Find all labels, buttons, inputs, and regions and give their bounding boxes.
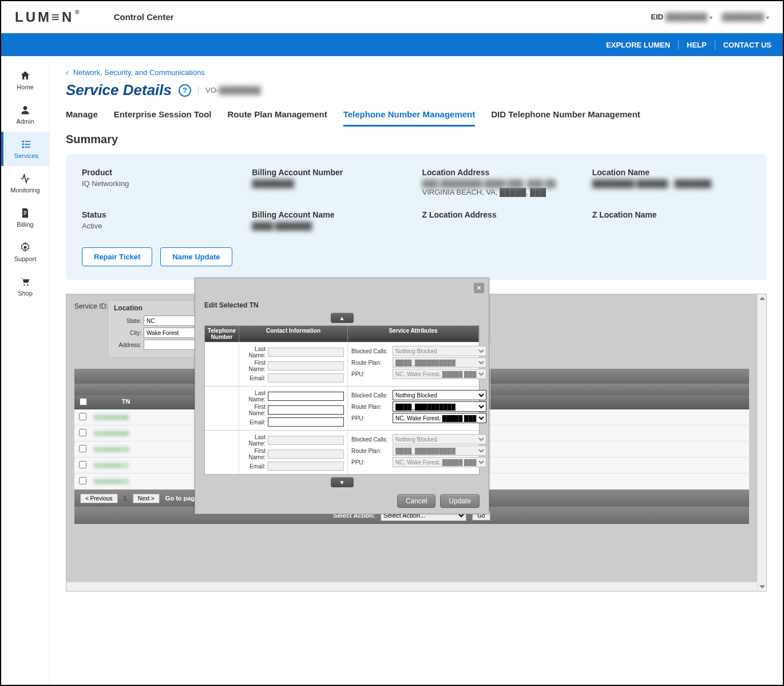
app-title: Control Center xyxy=(114,12,174,22)
zloc-name-label: Z Location Name xyxy=(592,210,751,219)
svg-point-10 xyxy=(24,246,27,249)
eid-dropdown[interactable]: EID ████████▾ xyxy=(651,13,712,21)
tn-cell[interactable]: 9195556070 xyxy=(92,446,160,453)
svg-rect-9 xyxy=(24,214,26,215)
sidebar-item-shop[interactable]: Shop xyxy=(1,269,49,303)
tab-enterprise-session[interactable]: Enterprise Session Tool xyxy=(114,109,212,127)
explore-lumen-link[interactable]: EXPLORE LUMEN xyxy=(598,41,679,49)
blocked-select[interactable]: Nothing Blocked xyxy=(393,346,486,356)
prev-page-button-2[interactable]: < Previous xyxy=(80,494,118,503)
row-checkbox[interactable] xyxy=(79,429,86,436)
modal-col-ci: Contact Information xyxy=(239,326,348,342)
first-name-input[interactable] xyxy=(268,405,344,415)
svg-rect-8 xyxy=(24,212,27,213)
page-number-2: 1 xyxy=(124,495,127,502)
sidebar-item-admin[interactable]: Admin xyxy=(1,97,49,132)
email-input[interactable] xyxy=(268,373,344,383)
tab-manage[interactable]: Manage xyxy=(66,109,98,127)
activity-icon xyxy=(19,173,31,184)
ban-name-label: Billing Account Name xyxy=(252,210,410,219)
modal-col-tn: Telephone Number xyxy=(205,326,239,342)
tn-cell[interactable]: 9195556072 xyxy=(92,478,160,485)
email-input[interactable] xyxy=(268,462,344,471)
zloc-addr-label: Z Location Address xyxy=(422,210,581,219)
next-page-button-2[interactable]: Next > xyxy=(133,494,160,503)
scroll-up-button[interactable]: ▲ xyxy=(331,313,354,323)
sidebar-item-label: Home xyxy=(17,84,33,90)
ppu-select[interactable]: NC, Wake Forest, █████ ███ xyxy=(393,413,486,423)
repair-ticket-button[interactable]: Repair Ticket xyxy=(82,247,152,266)
vo-id: VO-████████ xyxy=(198,86,261,94)
help-link[interactable]: HELP xyxy=(679,41,715,49)
update-button[interactable]: Update xyxy=(440,494,480,508)
tn-cell[interactable]: 9195556046 xyxy=(92,414,160,421)
row-checkbox[interactable] xyxy=(79,461,86,468)
sidebar-item-home[interactable]: Home xyxy=(1,63,49,97)
sidebar-item-label: Services xyxy=(14,152,38,159)
tn-cell[interactable]: 9195556068 xyxy=(92,430,160,437)
select-all-checkbox[interactable] xyxy=(80,398,87,405)
row-checkbox[interactable] xyxy=(79,445,86,452)
ppu-select[interactable]: NC, Wake Forest, █████ ███ xyxy=(393,457,486,467)
blocked-select[interactable]: Nothing Blocked xyxy=(393,390,486,400)
chevron-down-icon: ▾ xyxy=(710,14,712,21)
top-header: LUM≡N® Control Center EID ████████▾ ████… xyxy=(1,1,783,33)
modal-row: Last Name: First Name: Email: Blocked Ca… xyxy=(205,342,479,386)
first-name-input[interactable] xyxy=(268,450,344,459)
cancel-button[interactable]: Cancel xyxy=(397,494,435,508)
contact-us-link[interactable]: CONTACT US xyxy=(715,41,771,49)
sidebar-item-billing[interactable]: Billing xyxy=(1,200,49,235)
svg-point-12 xyxy=(27,285,29,286)
sidebar-item-label: Billing xyxy=(17,221,33,228)
summary-card: ProductIQ Networking Billing Account Num… xyxy=(66,154,767,280)
scroll-down-button[interactable]: ▼ xyxy=(331,477,354,487)
tab-did-tn-management[interactable]: DID Telephone Number Management xyxy=(491,109,640,127)
svg-rect-6 xyxy=(25,147,30,148)
tab-bar: Manage Enterprise Session Tool Route Pla… xyxy=(66,109,767,127)
svg-point-3 xyxy=(22,143,24,145)
ban-name-value: ████ ███████ xyxy=(252,222,410,230)
route-select[interactable]: ████_██████████ xyxy=(393,401,486,412)
loc-name-label: Location Name xyxy=(592,168,751,177)
tn-cell[interactable]: 9195556071 xyxy=(92,462,160,469)
sidebar-item-label: Shop xyxy=(18,290,33,297)
svg-point-1 xyxy=(22,140,24,142)
ban-value: ████████ xyxy=(252,179,410,188)
sidebar-item-label: Admin xyxy=(16,118,34,125)
row-checkbox[interactable] xyxy=(79,477,86,484)
last-name-input[interactable] xyxy=(268,436,344,445)
product-label: Product xyxy=(82,168,240,177)
horizontal-scrollbar[interactable] xyxy=(66,582,757,591)
page-title: Service Details xyxy=(66,81,172,99)
ppu-select[interactable]: NC, Wake Forest, █████ ███ xyxy=(393,369,486,379)
email-input[interactable] xyxy=(268,417,344,427)
product-value: IQ Networking xyxy=(82,179,240,188)
close-icon[interactable]: × xyxy=(474,283,484,293)
breadcrumb[interactable]: ‹ Network, Security, and Communications xyxy=(66,68,767,77)
vertical-scrollbar[interactable] xyxy=(757,294,766,591)
section-title: Summary xyxy=(66,133,767,146)
user-dropdown[interactable]: ████████▾ xyxy=(722,13,769,21)
sidebar-item-monitoring[interactable]: Monitoring xyxy=(1,166,49,200)
home-icon xyxy=(19,70,31,81)
chevron-down-icon: ▾ xyxy=(766,14,769,21)
row-checkbox[interactable] xyxy=(79,413,86,420)
first-name-input[interactable] xyxy=(268,361,344,370)
service-id-label: Service ID: xyxy=(74,302,108,310)
sidebar-item-support[interactable]: Support xyxy=(1,235,49,269)
svg-point-5 xyxy=(22,146,24,148)
invoice-icon xyxy=(19,207,31,219)
loc-addr-value: ███ ████████ ████ ███, ███ ██,VIRGINIA B… xyxy=(422,179,581,196)
tab-tn-management[interactable]: Telephone Number Management xyxy=(343,109,476,127)
loc-addr-label: Location Address xyxy=(422,168,581,177)
help-icon[interactable]: ? xyxy=(179,84,191,97)
sidebar-item-services[interactable]: Services xyxy=(1,132,49,166)
name-update-button[interactable]: Name Update xyxy=(160,247,232,266)
blocked-select[interactable]: Nothing Blocked xyxy=(393,434,486,444)
last-name-input[interactable] xyxy=(268,348,344,357)
route-select[interactable]: ████_██████████ xyxy=(393,445,486,456)
last-name-input[interactable] xyxy=(268,392,344,401)
tab-route-plan[interactable]: Route Plan Management xyxy=(227,109,327,127)
gear-icon xyxy=(19,242,31,253)
route-select[interactable]: ████_██████████ xyxy=(393,357,486,368)
